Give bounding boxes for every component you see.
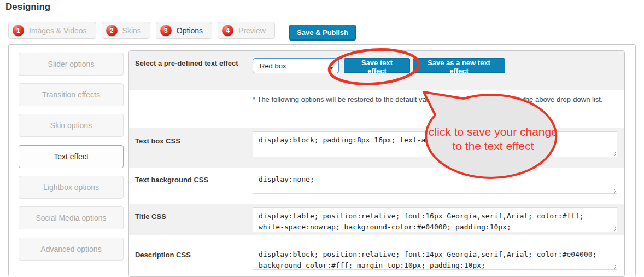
text-background-css-textarea[interactable]: display:none;	[253, 171, 617, 194]
select-stepper-icon	[329, 62, 333, 70]
designing-content-wrapper: Slider options Transition effects Skin o…	[8, 44, 636, 276]
sidebar-item-social-media-options[interactable]: Social Media options	[19, 206, 124, 229]
text-effect-select[interactable]: Red box	[253, 58, 339, 73]
text-background-css-label: Text background CSS	[135, 175, 239, 185]
sidebar-item-skin-options[interactable]: Skin options	[19, 114, 124, 137]
save-text-effect-button[interactable]: Save text effect	[344, 58, 410, 73]
restore-note-text: * The following options will be restored…	[253, 94, 622, 105]
tab-images-videos-label: Images & Videos	[29, 26, 87, 35]
sidebar-item-advanced-options[interactable]: Advanced options	[19, 238, 124, 261]
text-effect-select-value: Red box	[260, 62, 286, 70]
sidebar-item-text-effect[interactable]: Text effect	[19, 145, 124, 168]
tab-options-label: Options	[177, 26, 203, 35]
text-box-css-textarea[interactable]: display:block; padding:8px 16px; text-al…	[253, 131, 617, 157]
page-title: Designing	[5, 2, 50, 13]
sidebar-item-transition-effects[interactable]: Transition effects	[19, 83, 124, 106]
step-3-badge-icon: 3	[160, 25, 172, 36]
title-css-textarea[interactable]: display:table; position:relative; font:1…	[253, 207, 617, 232]
step-4-badge-icon: 4	[222, 25, 233, 36]
save-as-new-text-effect-button[interactable]: Save as a new text effect	[413, 58, 505, 73]
sidebar-item-slider-options[interactable]: Slider options	[19, 53, 124, 76]
save-publish-button[interactable]: Save & Publish	[289, 25, 356, 41]
tab-skins[interactable]: 2 Skins	[102, 22, 150, 39]
step-tabs: 1 Images & Videos 2 Skins 3 Options 4 Pr…	[8, 22, 275, 39]
description-css-label: Description CSS	[135, 250, 239, 260]
step-2-badge-icon: 2	[106, 25, 118, 36]
description-css-textarea[interactable]: display:block; position:relative; font:1…	[253, 246, 617, 270]
text-effect-panel: Select a pre-defined text effect Red box…	[128, 50, 625, 277]
sidebar-item-lightbox-options[interactable]: Lightbox options	[19, 176, 124, 199]
tab-preview[interactable]: 4 Preview	[218, 22, 275, 39]
tab-images-videos[interactable]: 1 Images & Videos	[8, 22, 96, 39]
tab-options[interactable]: 3 Options	[156, 22, 212, 39]
step-1-badge-icon: 1	[13, 25, 24, 36]
tab-preview-label: Preview	[238, 26, 266, 35]
text-box-css-label: Text box CSS	[135, 136, 239, 146]
title-css-label: Title CSS	[135, 211, 239, 222]
tab-skins-label: Skins	[122, 26, 141, 35]
select-effect-label: Select a pre-defined text effect	[135, 58, 239, 68]
